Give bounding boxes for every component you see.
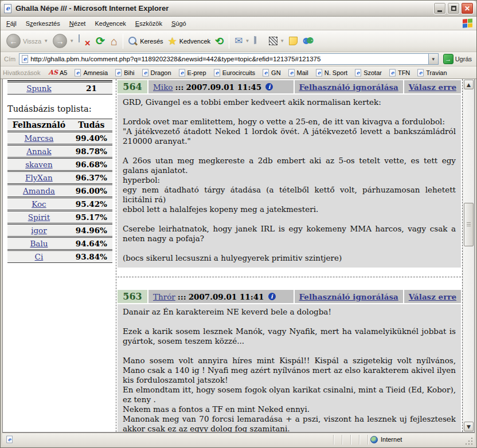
links-bar-item-bihi[interactable]: Bihi [111,68,138,78]
links-bar-item-mail[interactable]: Mail [284,68,312,78]
history-button[interactable]: ⟲ [213,35,226,48]
user-link[interactable]: Balu [30,239,48,248]
links-bar-item-eurocircuits[interactable]: Eurocircuits [210,68,259,78]
refresh-button[interactable]: ⟳ [92,34,108,49]
star-icon: ★ [168,36,177,46]
address-combobox[interactable]: http://ghalla.pbm.hu/comment.php?q=11892… [19,53,438,65]
author-link[interactable]: Miko [153,82,173,92]
notes-button[interactable] [287,36,300,46]
stop-button[interactable] [76,34,92,49]
user-score: 99.40% [71,132,112,144]
author-link[interactable]: Thrór [153,292,175,301]
link-label: Szotar [363,69,382,76]
ignore-user-cell: Felhasználó ignorálása [295,290,403,303]
table-row: Annak98.78% [7,145,112,158]
link-label: Eurocircuits [222,69,255,76]
menu-items: FájlSzerkesztésNézetKedvencekEszközökSúg… [2,20,191,27]
go-arrow-icon: → [443,54,453,64]
user-link[interactable]: Marcsa [24,133,53,143]
forward-dropdown-icon[interactable]: ▼ [69,38,74,44]
back-label: Vissza [23,38,41,45]
address-url[interactable]: http://ghalla.pbm.hu/comment.php?q=11892… [30,56,428,62]
address-dropdown-icon[interactable]: ▼ [428,54,438,64]
vertical-scrollbar[interactable]: ▲ ▼ [463,79,474,432]
user-link[interactable]: Ci [35,252,44,261]
ie-page-icon [316,69,322,76]
links-bar-item-travian[interactable]: Travian [413,68,450,78]
menu-kedvencek[interactable]: Kedvencek [90,18,130,29]
info-icon[interactable]: i [265,83,273,91]
user-link[interactable]: FlyXan [25,173,53,182]
links-bar-item-amnesia[interactable]: Amnesia [71,68,111,78]
post-564: 564 Miko ::: 2007.09.01 11:45 i Felhaszn… [118,80,461,277]
user-link[interactable]: Spunk [26,84,51,93]
minimize-button[interactable] [433,2,446,14]
info-icon[interactable]: i [268,293,276,300]
toplist-title: Tudásbázis toplista: [7,104,112,113]
address-bar: Cím http://ghalla.pbm.hu/comment.php?q=1… [1,52,476,66]
table-row: FlyXan96.37% [7,171,112,184]
links-bar-item-a5[interactable]: ASA5 [45,68,71,77]
scroll-down-icon[interactable]: ▼ [464,422,474,431]
menu-eszközök[interactable]: Eszközök [131,18,167,29]
mail-dropdown-icon[interactable]: ▼ [245,38,249,44]
table-row: Spunk 21 [7,82,112,95]
user-link[interactable]: Koc [32,199,46,209]
user-score: 96.68% [71,158,112,171]
go-button[interactable]: → Ugrás [441,53,474,65]
user-link[interactable]: Annak [26,147,51,156]
favorites-label: Kedvencek [179,38,210,45]
links-bar-item-dragon[interactable]: Dragon [138,68,175,78]
maximize-button[interactable] [447,2,460,14]
ignore-user-link[interactable]: Felhasználó ignorálása [299,82,398,92]
menu-fájl[interactable]: Fájl [2,18,21,29]
resize-grip[interactable] [466,438,474,446]
table-row: Ci93.84% [7,250,112,263]
home-button[interactable]: ⌂ [108,34,120,48]
ie-app-icon [4,4,13,13]
sidebar: Spunk 21 Tudásbázis toplista: Felhasznál… [3,79,116,432]
user-link[interactable]: Spirit [28,213,50,222]
search-button[interactable]: Keresés [126,36,165,47]
user-score: 93.84% [71,250,112,263]
scroll-up-icon[interactable]: ▲ [464,80,474,89]
links-bar-item-gn[interactable]: GN [259,68,284,78]
links-bar-item-szotar[interactable]: Szotar [351,68,385,78]
scrollbar-thumb[interactable] [464,203,474,246]
link-label: Dragon [151,69,171,76]
forward-button[interactable]: → ▼ [50,33,76,49]
messenger-button[interactable] [300,35,316,48]
ie-page-icon [142,69,148,76]
status-pane [351,435,359,445]
toplist-table: Felhasználó Tudás Marcsa99.40%Annak98.78… [7,118,112,264]
edit-dropdown-icon[interactable]: ▼ [280,38,284,44]
close-button[interactable]: ✕ [461,2,474,14]
back-button[interactable]: ← Vissza ▼ [4,33,50,49]
post-date: 2007.09.01 11:41 [189,292,264,301]
reply-link[interactable]: Válasz erre [409,82,456,92]
menu-szerkesztés[interactable]: Szerkesztés [21,18,65,29]
link-label: Bihi [124,69,134,76]
mail-button[interactable]: ✉ ▼ [232,35,252,47]
links-bar-item-tfn[interactable]: TFN [385,68,413,78]
ignore-user-link[interactable]: Felhasználó ignorálása [299,292,398,301]
user-link[interactable]: igor [31,226,47,235]
menu-bar: FájlSzerkesztésNézetKedvencekEszközökSúg… [1,17,476,30]
reply-link[interactable]: Válasz erre [409,292,456,301]
link-label: Amnesia [83,69,108,76]
print-button[interactable] [252,36,267,47]
menu-súgó[interactable]: Súgó [167,18,191,29]
user-score: 96.00% [71,184,112,197]
back-dropdown-icon[interactable]: ▼ [44,38,48,44]
ie-page-icon [355,69,361,76]
edit-button[interactable]: ▼ [267,36,287,46]
author-separator: ::: [178,292,186,301]
post-header: 563 Thrór ::: 2007.09.01 11:41 i Felhasz… [118,290,461,303]
link-label: Mail [297,69,308,76]
user-link[interactable]: Amanda [23,186,55,195]
links-bar-item-n-sport[interactable]: N. Sport [312,68,351,78]
favorites-button[interactable]: ★ Kedvencek [166,35,213,48]
menu-nézet[interactable]: Nézet [65,18,91,29]
user-link[interactable]: skaven [25,160,52,169]
links-bar-item-e-prep[interactable]: E-prep [175,68,210,78]
